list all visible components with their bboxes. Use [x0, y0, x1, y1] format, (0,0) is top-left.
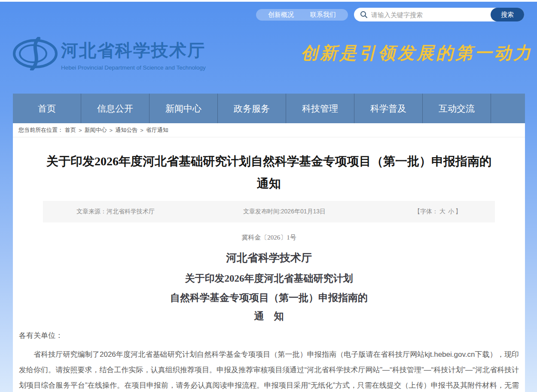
- font-size-label-open: 【字体：: [414, 208, 438, 215]
- breadcrumb-separator: >: [110, 127, 113, 134]
- font-size-small-button[interactable]: 小: [448, 208, 454, 215]
- search-button[interactable]: 搜索: [491, 8, 524, 21]
- search-box: 搜索: [354, 8, 524, 21]
- nav-item-info-disclosure[interactable]: 信息公开: [81, 94, 150, 123]
- document-heading-issuer: 河北省科学技术厅: [19, 251, 519, 265]
- page: 创新概况 联系我们 搜索: [0, 0, 537, 392]
- brand-text: 河北省科学技术厅 Hebei Provincial Department of …: [61, 39, 206, 71]
- link-contact-us[interactable]: 联系我们: [310, 11, 336, 19]
- article-publish-time: 文章发布时间:2026年01月13日: [243, 208, 326, 216]
- document-heading-notice: 通 知: [19, 310, 519, 323]
- article-title: 关于印发2026年度河北省基础研究计划自然科学基金专项项目（第一批）申报指南的 …: [19, 150, 519, 195]
- site-header: 创新概况 联系我们 搜索: [0, 2, 537, 94]
- body-paragraph: 省科技厅研究编制了2026年度河北省基础研究计划自然科学基金专项项目（第一批）申…: [19, 347, 519, 392]
- site-name-english: Hebei Provincial Department of Science a…: [61, 64, 206, 71]
- site-slogan: 创新是引领发展的第一动力: [301, 41, 533, 65]
- nav-item-government-services[interactable]: 政务服务: [218, 94, 286, 123]
- nav-item-science-popularization[interactable]: 科学普及: [354, 94, 423, 123]
- breadcrumb-separator: >: [140, 127, 143, 134]
- article-title-line2: 通知: [19, 173, 519, 195]
- nav-filler: [491, 94, 525, 123]
- main-nav: 首页 信息公开 新闻中心 政务服务 科技管理 科学普及 互动交流: [13, 94, 525, 123]
- document-heading-line1: 关于印发2026年度河北省基础研究计划: [19, 272, 519, 285]
- article: 关于印发2026年度河北省基础研究计划自然科学基金专项项目（第一批）申报指南的 …: [13, 150, 525, 392]
- content-area: 首页 信息公开 新闻中心 政务服务 科技管理 科学普及 互动交流 您当前所在位置…: [13, 94, 525, 392]
- breadcrumb-separator: >: [79, 127, 82, 134]
- nav-item-news-center[interactable]: 新闻中心: [150, 94, 218, 123]
- breadcrumb-news-center[interactable]: 新闻中心: [85, 126, 107, 134]
- article-meta-bar: 文章来源：河北省科学技术厅 文章发布时间:2026年01月13日 【字体：大小】: [43, 201, 495, 222]
- site-name: 河北省科学技术厅: [61, 39, 206, 62]
- nav-item-scitech-management[interactable]: 科技管理: [286, 94, 354, 123]
- nav-item-interaction[interactable]: 互动交流: [423, 94, 491, 123]
- link-innovation-overview[interactable]: 创新概况: [268, 11, 294, 19]
- font-size-label-close: 】: [455, 208, 461, 215]
- breadcrumb-department-notice[interactable]: 省厅通知: [146, 126, 168, 134]
- font-size-widget: 【字体：大小】: [414, 208, 461, 216]
- document-heading-line2: 自然科学基金专项项目（第一批）申报指南的: [19, 291, 519, 304]
- font-size-large-button[interactable]: 大: [439, 208, 445, 215]
- breadcrumb: 您当前所在位置： 首页 > 新闻中心 > 通知公告 > 省厅通知: [13, 123, 525, 137]
- site-logo-icon: [13, 37, 58, 72]
- nav-item-home[interactable]: 首页: [13, 94, 81, 123]
- topbar-quick-links: 创新概况 联系我们: [256, 9, 348, 21]
- salutation: 各有关单位：: [19, 325, 519, 341]
- article-source: 文章来源：河北省科学技术厅: [76, 208, 155, 216]
- article-title-line1: 关于印发2026年度河北省基础研究计划自然科学基金专项项目（第一批）申报指南的: [19, 150, 519, 173]
- breadcrumb-prefix: 您当前所在位置：: [18, 126, 63, 134]
- document-number: 冀科金〔2026〕1号: [19, 234, 519, 242]
- breadcrumb-home[interactable]: 首页: [65, 126, 76, 134]
- breadcrumb-notices[interactable]: 通知公告: [115, 126, 137, 134]
- search-icon: [360, 11, 368, 18]
